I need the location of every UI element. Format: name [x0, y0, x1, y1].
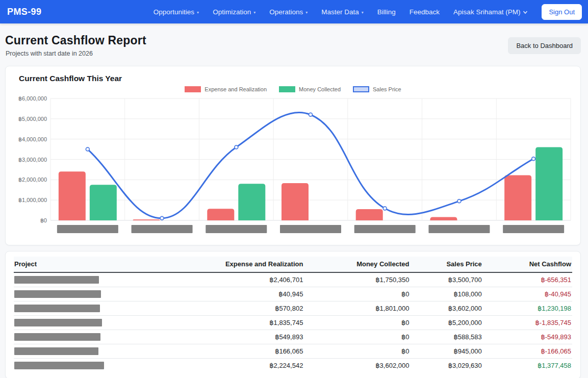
bar-expense: [59, 171, 86, 220]
project-cell: [14, 359, 182, 373]
sales-price-line: [88, 112, 533, 218]
project-cell: [14, 330, 182, 344]
expense-cell: ฿1,835,745: [182, 316, 304, 330]
bar-expense: [356, 209, 383, 220]
legend-label: Sales Price: [373, 86, 401, 92]
bar-expense: [133, 219, 160, 220]
user-menu[interactable]: Apisak Srihamat (PM): [453, 8, 528, 16]
project-cell: [14, 316, 182, 330]
cashflow-chart: ฿0฿1,000,000฿2,000,000฿3,000,000฿4,000,0…: [14, 93, 572, 238]
sales-cell: ฿3,602,000: [410, 301, 482, 316]
sign-out-button[interactable]: Sign Out: [542, 4, 582, 20]
chevron-down-icon: [523, 10, 528, 15]
net-cashflow-cell: ฿1,377,458: [483, 359, 572, 373]
collected-cell: ฿0: [304, 344, 410, 359]
nav-item-operations[interactable]: Operations ▾: [269, 8, 308, 16]
project-name-redacted: [14, 333, 100, 341]
nav-item-optimization[interactable]: Optimization ▾: [213, 8, 255, 16]
nav-item-label: Feedback: [410, 8, 440, 16]
col-header-sales: Sales Price: [410, 257, 482, 272]
expense-cell: ฿40,945: [182, 287, 304, 301]
nav-item-opportunities[interactable]: Opportunities ▾: [154, 8, 199, 16]
nav-item-feedback[interactable]: Feedback: [410, 8, 440, 16]
nav-item-label: Billing: [377, 8, 396, 16]
nav-item-billing[interactable]: Billing: [377, 8, 396, 16]
x-axis-label-redacted: [354, 225, 416, 233]
y-axis-tick-label: ฿6,000,000: [18, 95, 47, 102]
collected-cell: ฿0: [304, 287, 410, 301]
page-title: Current Cashflow Report: [5, 34, 146, 47]
expense-cell: ฿2,406,701: [182, 272, 304, 287]
legend-item-expense[interactable]: Expense and Realization: [185, 86, 267, 92]
page-title-block: Current Cashflow Report Projects with st…: [5, 34, 146, 57]
project-cell: [14, 301, 182, 316]
nav-item-label: Master Data: [321, 8, 359, 16]
bar-expense: [430, 217, 457, 220]
net-cashflow-cell: ฿1,230,198: [483, 301, 572, 316]
nav-item-label: Optimization: [213, 8, 251, 16]
bar-expense: [282, 183, 309, 220]
y-axis-tick-label: ฿5,000,000: [18, 116, 47, 122]
caret-down-icon: ▾: [362, 10, 364, 15]
collected-cell: ฿1,750,350: [304, 272, 410, 287]
sales-cell: ฿3,029,630: [410, 359, 482, 373]
project-name-redacted: [14, 290, 101, 298]
x-axis-label-redacted: [503, 225, 564, 233]
bar-collected: [90, 185, 117, 220]
sales-cell: ฿945,000: [410, 344, 482, 359]
net-cashflow-cell: ฿-166,065: [483, 344, 572, 359]
cashflow-table-card: Project Expense and Realization Money Co…: [5, 251, 581, 378]
sales-cell: ฿3,500,700: [410, 272, 482, 287]
sales-price-point: [86, 147, 89, 151]
y-axis-tick-label: ฿4,000,000: [18, 136, 47, 142]
back-to-dashboard-button[interactable]: Back to Dashboard: [508, 37, 581, 54]
nav-menu: Opportunities ▾ Optimization ▾ Operation…: [154, 4, 582, 20]
table-row: ฿166,065฿0฿945,000฿-166,065: [14, 344, 572, 359]
bar-collected: [238, 184, 265, 220]
table-row: ฿40,945฿0฿108,000฿-40,945: [14, 287, 572, 301]
sales-price-point: [235, 145, 238, 149]
project-name-redacted: [14, 362, 104, 369]
chart-legend: Expense and Realization Money Collected …: [14, 86, 572, 92]
x-axis-label-redacted: [57, 225, 118, 233]
collected-cell: ฿3,602,000: [304, 359, 410, 373]
project-cell: [14, 287, 182, 301]
collected-cell: ฿0: [304, 316, 410, 330]
x-axis-label-redacted: [428, 225, 490, 233]
sales-price-point: [160, 216, 164, 220]
project-name-redacted: [14, 276, 99, 284]
nav-item-master-data[interactable]: Master Data ▾: [321, 8, 364, 16]
expense-cell: ฿549,893: [182, 330, 304, 344]
app-brand[interactable]: PMS-99: [7, 7, 41, 17]
sales-cell: ฿108,000: [410, 287, 482, 301]
user-name-label: Apisak Srihamat (PM): [453, 8, 520, 16]
project-cell: [14, 344, 182, 359]
project-name-redacted: [14, 305, 100, 312]
page-subtitle: Projects with start date in 2026: [6, 50, 146, 57]
y-axis-tick-label: ฿1,000,000: [18, 197, 47, 203]
sales-price-point: [383, 207, 387, 210]
sales-price-point: [532, 157, 535, 161]
navbar: PMS-99 Opportunities ▾ Optimization ▾ Op…: [0, 0, 588, 23]
sales-cell: ฿588,583: [410, 330, 482, 344]
legend-swatch-collected: [279, 86, 295, 92]
x-axis-label-redacted: [206, 225, 267, 233]
sales-cell: ฿5,200,000: [410, 316, 482, 330]
collected-cell: ฿0: [304, 330, 410, 344]
sales-price-point: [309, 113, 313, 116]
legend-item-collected[interactable]: Money Collected: [279, 86, 341, 92]
cashflow-table: Project Expense and Realization Money Co…: [14, 257, 572, 372]
caret-down-icon: ▾: [253, 10, 255, 15]
nav-item-label: Opportunities: [154, 8, 194, 16]
y-axis-tick-label: ฿0: [40, 217, 47, 223]
sales-price-point: [457, 199, 461, 203]
collected-cell: ฿1,801,000: [304, 301, 410, 316]
x-axis-label-redacted: [280, 225, 341, 233]
col-header-project: Project: [14, 257, 182, 272]
legend-swatch-sales: [353, 86, 369, 92]
col-header-net: Net Cashflow: [483, 257, 572, 272]
legend-item-sales[interactable]: Sales Price: [353, 86, 401, 92]
project-name-redacted: [14, 319, 102, 326]
table-row: ฿2,224,542฿3,602,000฿3,029,630฿1,377,458: [14, 359, 572, 373]
page-header: Current Cashflow Report Projects with st…: [5, 34, 581, 57]
